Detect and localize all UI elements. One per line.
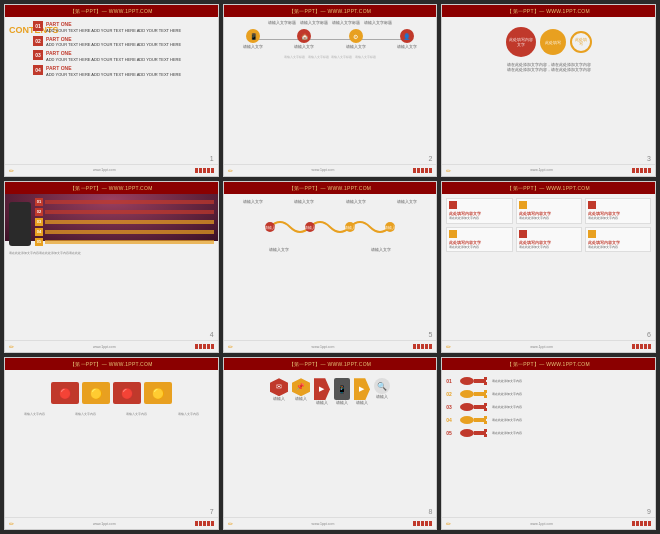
timeline: 📱 请输入文字 🏠 请输入文字 ⚙ 请输入文字 👤 请输入文字 bbox=[228, 29, 433, 49]
card-text: 请在此处添加文字内容 bbox=[449, 217, 509, 221]
item-text: PART ONEADD YOUR TEXT HERE ADD YOUR TEXT… bbox=[46, 50, 181, 62]
key-row: 05 请在此处添加文字内容 bbox=[446, 428, 651, 438]
slide-number: 8 bbox=[428, 508, 432, 515]
svg-rect-10 bbox=[484, 377, 487, 380]
card-item: 此处填写内容文字 请在此处添加文字内容 bbox=[585, 227, 651, 253]
item-bar bbox=[45, 200, 214, 204]
footer-decoration bbox=[632, 168, 651, 173]
puzzle-piece-1: 🔴 bbox=[51, 382, 79, 404]
circle-outline: 此处填写 bbox=[570, 31, 592, 53]
item-number: 02 bbox=[35, 208, 43, 216]
item-number: 04 bbox=[33, 65, 43, 75]
list-item: 02 PART ONEADD YOUR TEXT HERE ADD YOUR T… bbox=[33, 36, 216, 48]
key-row: 02 请在此处添加文字内容 bbox=[446, 389, 651, 399]
key-text: 请在此处添加文字内容 bbox=[492, 431, 522, 435]
svg-rect-11 bbox=[484, 382, 487, 385]
svg-text:请输入: 请输入 bbox=[344, 225, 356, 230]
slide-3-footer: ✏ www.1ppt.com bbox=[442, 164, 655, 176]
card-icon bbox=[449, 201, 457, 209]
pencil-icon: ✏ bbox=[446, 167, 451, 174]
list-items: 01 02 03 04 bbox=[35, 198, 214, 248]
slide-7-footer: ✏ www.1ppt.com bbox=[5, 517, 218, 529]
contents-list: 01 PART ONEADD YOUR TEXT HERE ADD YOUR T… bbox=[33, 21, 216, 80]
slide-number: 7 bbox=[210, 508, 214, 515]
svg-rect-19 bbox=[484, 408, 487, 411]
pencil-icon: ✏ bbox=[9, 167, 14, 174]
footer-decoration bbox=[632, 521, 651, 526]
icon-block: ▶ 请输入 bbox=[354, 378, 370, 405]
card-title: 此处填写内容文字 bbox=[449, 211, 509, 216]
footer-url: www.1ppt.com bbox=[312, 522, 335, 526]
svg-text:请输入: 请输入 bbox=[304, 225, 316, 230]
card-text: 请在此处添加文字内容 bbox=[588, 217, 648, 221]
item-number: 05 bbox=[35, 238, 43, 246]
key-number: 05 bbox=[446, 430, 456, 436]
wave-graphic: 请输入 请输入 请输入 请输入 bbox=[228, 212, 433, 242]
timeline-label: 请输入文字 bbox=[294, 45, 314, 49]
list-item: 04 bbox=[35, 228, 214, 236]
pencil-icon: ✏ bbox=[228, 167, 233, 174]
timeline-icon: 📱 bbox=[246, 29, 260, 43]
slide-3: 【第一PPT】— WWW.1PPT.COM 此处填写内容文字 此处填写 此处填写… bbox=[441, 4, 656, 177]
top-labels: 请输入文字 请输入文字 请输入文字 请输入文字 bbox=[228, 200, 433, 204]
footer-decoration bbox=[195, 168, 214, 173]
cards-grid: 此处填写内容文字 请在此处添加文字内容 此处填写内容文字 请在此处添加文字内容 … bbox=[446, 198, 651, 253]
timeline-label: 请输入文字 bbox=[397, 45, 417, 49]
key-row: 01 请在此处添加文字内容 bbox=[446, 376, 651, 386]
timeline-node: ⚙ 请输入文字 bbox=[346, 29, 366, 49]
icon-label: 请输入 bbox=[336, 401, 348, 405]
item-text: PART ONEADD YOUR TEXT HERE ADD YOUR TEXT… bbox=[46, 65, 181, 77]
pencil-icon: ✏ bbox=[9, 520, 14, 527]
slide-5-header: 【第一PPT】— WWW.1PPT.COM bbox=[224, 182, 437, 194]
slide-number: 1 bbox=[210, 155, 214, 162]
slide-6: 【第一PPT】— WWW.1PPT.COM 此处填写内容文字 请在此处添加文字内… bbox=[441, 181, 656, 354]
svg-text:请输入: 请输入 bbox=[264, 225, 276, 230]
card-title: 此处填写内容文字 bbox=[519, 211, 579, 216]
circle-item: 此处填写 bbox=[570, 31, 592, 53]
item-number: 04 bbox=[35, 228, 43, 236]
footer-decoration bbox=[195, 344, 214, 349]
slide-number: 5 bbox=[428, 331, 432, 338]
slide-number: 3 bbox=[647, 155, 651, 162]
key-row: 04 请在此处添加文字内容 bbox=[446, 415, 651, 425]
list-item: 02 bbox=[35, 208, 214, 216]
slide-4-content: 01 02 03 04 bbox=[9, 198, 214, 248]
keys-list: 01 请在此处添加文字内容 02 bbox=[446, 376, 651, 438]
item-number: 03 bbox=[35, 218, 43, 226]
slide-1: 【第一PPT】— WWW.1PPT.COM CONTENTS 01 PART O… bbox=[4, 4, 219, 177]
puzzle-labels: 请输入文字内容 请输入文字内容 请输入文字内容 请输入文字内容 bbox=[9, 412, 214, 416]
key-number: 03 bbox=[446, 404, 456, 410]
puzzle-piece-2: 🟡 bbox=[82, 382, 110, 404]
circle-item: 此处填写 bbox=[540, 29, 566, 55]
slide-2: 【第一PPT】— WWW.1PPT.COM 请输入文字标题 请输入文字标题 请输… bbox=[223, 4, 438, 177]
icon-label: 请输入 bbox=[316, 401, 328, 405]
slide-2-subtitle: 请输入文字标题 请输入文字标题 请输入文字标题 请输入文字标题 bbox=[228, 21, 433, 25]
item-number: 01 bbox=[35, 198, 43, 206]
item-number: 02 bbox=[33, 36, 43, 46]
card-icon bbox=[519, 201, 527, 209]
svg-text:请输入: 请输入 bbox=[384, 225, 396, 230]
card-title: 此处填写内容文字 bbox=[449, 240, 509, 245]
slide-grid: 【第一PPT】— WWW.1PPT.COM CONTENTS 01 PART O… bbox=[0, 0, 660, 534]
icon-label: 请输入 bbox=[273, 397, 285, 401]
slide-number: 6 bbox=[647, 331, 651, 338]
puzzle-body: 🔴 bbox=[113, 382, 141, 404]
pencil-icon: ✏ bbox=[228, 343, 233, 350]
wave-svg: 请输入 请输入 请输入 请输入 bbox=[260, 212, 400, 242]
item-number: 03 bbox=[33, 50, 43, 60]
puzzle-icon: 🔴 bbox=[59, 388, 71, 399]
timeline-label: 请输入文字 bbox=[243, 45, 263, 49]
puzzle-body: 🟡 bbox=[82, 382, 110, 404]
icons-grid: ✉ 请输入 📌 请输入 ▶ 请输入 📱 请输入 ▶ 请输入 bbox=[228, 378, 433, 405]
puzzle-icon: 🔴 bbox=[121, 388, 133, 399]
timeline-icon: ⚙ bbox=[349, 29, 363, 43]
item-number: 01 bbox=[33, 21, 43, 31]
footer-decoration bbox=[195, 521, 214, 526]
timeline-node: 👤 请输入文字 bbox=[397, 29, 417, 49]
timeline-node: 📱 请输入文字 bbox=[243, 29, 263, 49]
footer-url: www.1ppt.com bbox=[530, 168, 553, 172]
puzzle-piece-4: 🟡 bbox=[144, 382, 172, 404]
slide-5: 【第一PPT】— WWW.1PPT.COM 请输入文字 请输入文字 请输入文字 … bbox=[223, 181, 438, 354]
puzzle-row: 🔴 🟡 🔴 🟡 bbox=[9, 382, 214, 404]
list-item: 04 PART ONEADD YOUR TEXT HERE ADD YOUR T… bbox=[33, 65, 216, 77]
